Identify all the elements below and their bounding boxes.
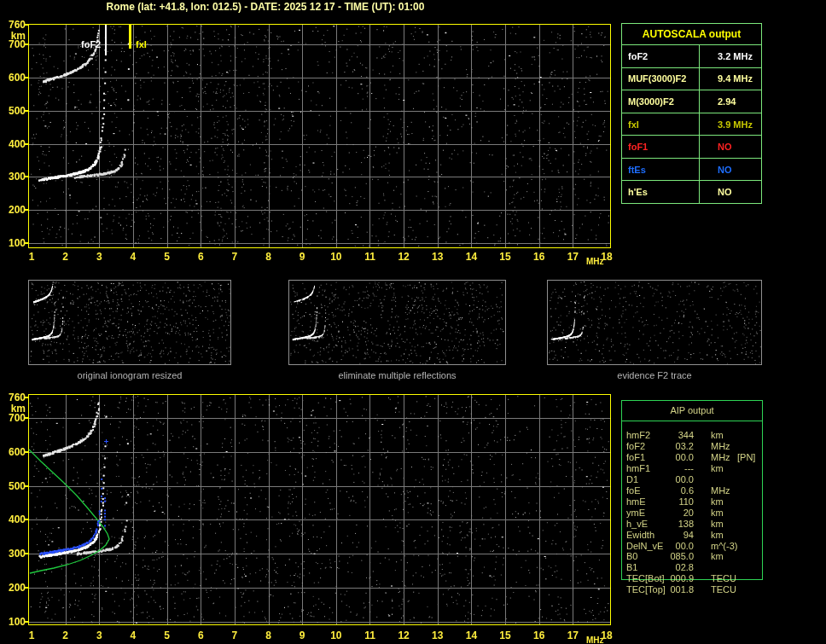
y-tick-label: 300 [0, 548, 26, 560]
y-axis-unit: km [0, 403, 26, 415]
aip-row-value: 00.0 [637, 474, 694, 485]
x-tick-label: 15 [492, 251, 518, 263]
top-x-axis-unit: MHz [586, 257, 604, 266]
x-tick-label: 14 [458, 629, 484, 641]
aip-row-unit: km [711, 508, 724, 519]
foF2-marker-label: foF2 [81, 39, 101, 49]
autoscala-row: foF23.2 MHz [622, 44, 761, 67]
y-tick-label: 500 [0, 480, 26, 492]
aip-row-value: 00.0 [637, 541, 694, 552]
panel-caption-original: original ionogram resized [28, 370, 231, 380]
aip-row-value: 000.9 [637, 573, 694, 584]
aip-row: ymE20km [626, 508, 814, 519]
autoscala-output-table: AUTOSCALA output foF23.2 MHzMUF(3000)F29… [621, 23, 762, 204]
aip-output-table: AIP output hmF2344kmfoF203.2MHzfoF100.0M… [621, 400, 763, 580]
x-tick-label: 4 [120, 251, 146, 263]
x-tick-label: 3 [86, 629, 112, 641]
aip-row: foE0.6MHz [626, 485, 814, 496]
y-tick-label: 300 [0, 171, 26, 183]
x-tick-label: 2 [53, 629, 79, 641]
x-tick-label: 13 [425, 251, 451, 263]
aip-row-label: B0 [626, 551, 637, 562]
x-tick-label: 1 [19, 251, 44, 263]
y-tick-label: 760 [0, 392, 26, 403]
x-tick-label: 8 [256, 629, 282, 641]
y-tick-label: 600 [0, 72, 26, 84]
y-tick-label: 200 [0, 204, 26, 216]
station-title: Rome (lat: +41.8, lon: 012.5) - DATE: 20… [0, 1, 531, 13]
aip-row-unit: km [711, 530, 724, 541]
aip-row: B0085.0km [626, 551, 814, 562]
autoscala-row-label: ftEs [622, 159, 700, 181]
x-tick-label: 13 [425, 629, 451, 641]
x-tick-label: 17 [560, 629, 585, 641]
y-tick-label: 400 [0, 513, 26, 525]
panel-caption-eliminate: eliminate multiple reflections [288, 370, 506, 380]
aip-row: DelN_vE00.0m^(-3) [626, 541, 814, 552]
aip-row-value: 0.6 [637, 485, 694, 496]
x-tick-label: 5 [154, 629, 180, 641]
aip-row-value: 00.0 [637, 452, 694, 463]
x-tick-label: 9 [289, 251, 315, 263]
autoscala-row-value: 3.2 MHz [700, 45, 761, 67]
aip-row-value: 138 [637, 519, 701, 530]
bottom-x-axis-unit: MHz [586, 635, 604, 644]
autoscala-row-value: NO [700, 159, 761, 181]
x-tick-label: 7 [222, 629, 247, 641]
y-tick-label: 760 [0, 19, 26, 31]
aip-table-title: AIP output [622, 405, 762, 415]
autoscala-row-label: fxI [622, 113, 700, 136]
x-tick-label: 14 [458, 251, 484, 263]
aip-row-unit: TECU [711, 584, 736, 595]
aip-row-unit: m^(-3) [711, 541, 737, 552]
autoscala-row: M(3000)F22.94 [622, 90, 761, 113]
autoscala-row-value: 3.9 MHz [700, 113, 761, 136]
aip-row-label: B1 [626, 562, 637, 573]
aip-row: TEC[Top]001.8TECU [626, 584, 814, 595]
autoscala-row-value: 2.94 [700, 90, 761, 113]
y-tick-label: 200 [0, 582, 26, 594]
aip-row: foF100.0MHz[PN] [626, 452, 814, 463]
x-tick-label: 10 [323, 251, 349, 263]
autoscala-row-label: h'Es [622, 181, 700, 203]
x-tick-label: 3 [86, 251, 112, 263]
aip-row-label: D1 [626, 474, 638, 485]
aip-row-unit: km [711, 430, 724, 441]
autoscala-row-value: 9.4 MHz [700, 68, 761, 90]
aip-row: hmE110km [626, 496, 814, 508]
panel-caption-evidence: evidence F2 trace [547, 370, 762, 380]
y-tick-label: 500 [0, 105, 26, 117]
autoscala-table-title: AUTOSCALA output [622, 24, 761, 44]
aip-row: TEC[Bot]000.9TECU [626, 573, 814, 584]
aip-row-value: 94 [637, 530, 701, 541]
y-tick-label: 400 [0, 138, 26, 150]
aip-row-value: 085.0 [637, 551, 694, 562]
fxI-marker-label: fxI [136, 39, 147, 49]
x-tick-label: 9 [289, 629, 315, 641]
x-tick-label: 15 [492, 629, 518, 641]
x-tick-label: 12 [391, 251, 416, 263]
aip-row: Ewidth94km [626, 530, 814, 541]
y-tick-label: 100 [0, 237, 26, 249]
x-tick-label: 11 [357, 251, 382, 263]
x-tick-label: 10 [323, 629, 349, 641]
x-tick-label: 7 [222, 251, 247, 263]
aip-row-unit: km [711, 496, 724, 508]
autoscala-row: ftEsNO [622, 158, 761, 181]
aip-row-value: 110 [637, 496, 701, 508]
aip-row-unit: MHz [711, 441, 730, 452]
y-tick-label: 600 [0, 446, 26, 458]
y-axis-unit: km [0, 30, 26, 42]
x-tick-label: 6 [188, 629, 213, 641]
aip-row-unit: km [711, 519, 724, 530]
autoscala-row-label: MUF(3000)F2 [622, 68, 700, 90]
aip-row-unit: MHz [711, 485, 730, 496]
autoscala-row-value: NO [700, 181, 761, 203]
x-tick-label: 6 [188, 251, 213, 263]
autoscala-row: foF1NO [622, 135, 761, 158]
aip-row: hmF2344km [626, 430, 814, 441]
autoscala-row-label: M(3000)F2 [622, 90, 700, 113]
aip-row: B102.8 [626, 562, 814, 573]
aip-row-unit: km [711, 463, 724, 474]
x-tick-label: 8 [256, 251, 282, 263]
